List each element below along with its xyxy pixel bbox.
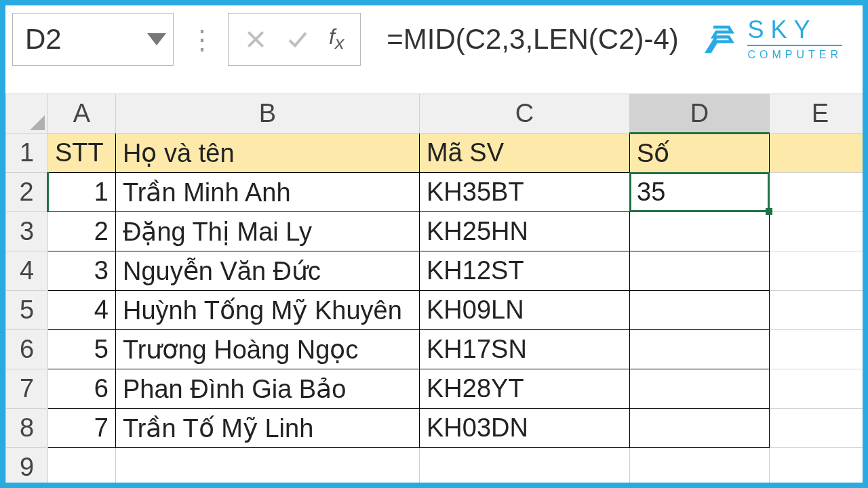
formula-controls: fx: [228, 13, 361, 66]
cell-E6[interactable]: [770, 330, 863, 369]
row-header[interactable]: 1: [6, 134, 48, 173]
cell-D2-selected[interactable]: 35: [630, 173, 770, 212]
cancel-icon[interactable]: [245, 28, 267, 50]
cell-D3[interactable]: [630, 212, 770, 251]
formula-input[interactable]: =MID(C2,3,LEN(C2)-4): [373, 13, 689, 66]
name-box[interactable]: D2: [12, 13, 174, 66]
cell-B3[interactable]: Đặng Thị Mai Ly: [116, 212, 420, 251]
table-row: 9: [6, 448, 863, 483]
cell-D5[interactable]: [630, 291, 770, 330]
cell-C5[interactable]: KH09LN: [420, 291, 630, 330]
column-header-row: A B C D E: [6, 94, 863, 134]
row-header[interactable]: 6: [6, 330, 48, 369]
cell-D8[interactable]: [630, 409, 770, 448]
cell-B4[interactable]: Nguyễn Văn Đức: [116, 251, 420, 291]
name-box-dropdown-icon[interactable]: [147, 33, 166, 45]
table-row: 2 1 Trần Minh Anh KH35BT 35: [6, 173, 863, 212]
formula-bar: D2 ⋮ fx =MID(C2,3,LEN(C2)-4) SKY: [5, 5, 863, 73]
separator-dots: ⋮: [186, 24, 216, 55]
app-frame: D2 ⋮ fx =MID(C2,3,LEN(C2)-4) SKY: [0, 0, 868, 488]
table-row: 6 5 Trương Hoàng Ngọc KH17SN: [6, 330, 863, 369]
table-row: 4 3 Nguyễn Văn Đức KH12ST: [6, 251, 863, 291]
col-header-A[interactable]: A: [48, 94, 116, 134]
table-row: 3 2 Đặng Thị Mai Ly KH25HN: [6, 212, 863, 251]
cell-C1[interactable]: Mã SV: [420, 134, 630, 173]
cell-D7[interactable]: [630, 369, 770, 409]
cell-D9[interactable]: [630, 448, 770, 483]
cell-D4[interactable]: [630, 251, 770, 291]
table-row: 7 6 Phan Đình Gia Bảo KH28YT: [6, 369, 863, 409]
cell-A6[interactable]: 5: [48, 330, 116, 369]
row-header[interactable]: 4: [6, 251, 48, 291]
cell-A2[interactable]: 1: [48, 173, 116, 212]
cell-A8[interactable]: 7: [48, 409, 116, 448]
cell-B1[interactable]: Họ và tên: [116, 134, 420, 173]
row-header[interactable]: 9: [6, 448, 48, 483]
cell-E1[interactable]: [770, 134, 863, 173]
select-all-corner[interactable]: [6, 94, 48, 134]
col-header-D[interactable]: D: [630, 94, 770, 134]
cell-A4[interactable]: 3: [48, 251, 116, 291]
cell-E5[interactable]: [770, 291, 863, 330]
cell-E7[interactable]: [770, 369, 863, 409]
spreadsheet-grid[interactable]: A B C D E 1 STT Họ và tên Mã SV Số: [5, 94, 863, 483]
cell-C8[interactable]: KH03DN: [420, 409, 630, 448]
cell-A5[interactable]: 4: [48, 291, 116, 330]
cell-C3[interactable]: KH25HN: [420, 212, 630, 251]
cell-E4[interactable]: [770, 251, 863, 291]
cell-C4[interactable]: KH12ST: [420, 251, 630, 291]
cell-E2[interactable]: [770, 173, 863, 212]
cell-E9[interactable]: [770, 448, 863, 483]
col-header-B[interactable]: B: [116, 94, 420, 134]
cell-A3[interactable]: 2: [48, 212, 116, 251]
logo-bottom: COMPUTER: [747, 49, 842, 61]
table-row: 8 7 Trần Tố Mỹ Linh KH03DN: [6, 409, 863, 448]
table-row: 1 STT Họ và tên Mã SV Số: [6, 134, 863, 173]
cell-D6[interactable]: [630, 330, 770, 369]
logo-mark-icon: [701, 21, 738, 58]
row-header[interactable]: 8: [6, 409, 48, 448]
cell-C2[interactable]: KH35BT: [420, 173, 630, 212]
row-header[interactable]: 7: [6, 369, 48, 409]
cell-B8[interactable]: Trần Tố Mỹ Linh: [116, 409, 420, 448]
fx-icon[interactable]: fx: [329, 24, 344, 54]
cell-A7[interactable]: 6: [48, 369, 116, 409]
cell-B5[interactable]: Huỳnh Tống Mỹ Khuyên: [116, 291, 420, 330]
cell-D1[interactable]: Số: [630, 134, 770, 173]
cell-B2[interactable]: Trần Minh Anh: [116, 173, 420, 212]
col-header-E[interactable]: E: [770, 94, 863, 134]
brand-logo: SKY COMPUTER: [701, 18, 856, 61]
logo-top: SKY: [747, 18, 842, 42]
cell-B7[interactable]: Phan Đình Gia Bảo: [116, 369, 420, 409]
row-header[interactable]: 2: [6, 173, 48, 212]
cell-C9[interactable]: [420, 448, 630, 483]
cell-A1[interactable]: STT: [48, 134, 116, 173]
col-header-C[interactable]: C: [420, 94, 630, 134]
cell-C6[interactable]: KH17SN: [420, 330, 630, 369]
confirm-icon[interactable]: [287, 28, 309, 50]
name-box-value: D2: [25, 23, 62, 56]
cell-B9[interactable]: [116, 448, 420, 483]
row-header[interactable]: 5: [6, 291, 48, 330]
row-header[interactable]: 3: [6, 212, 48, 251]
cell-C7[interactable]: KH28YT: [420, 369, 630, 409]
formula-text: =MID(C2,3,LEN(C2)-4): [387, 23, 679, 56]
cell-E8[interactable]: [770, 409, 863, 448]
table-row: 5 4 Huỳnh Tống Mỹ Khuyên KH09LN: [6, 291, 863, 330]
cell-A9[interactable]: [48, 448, 116, 483]
cell-E3[interactable]: [770, 212, 863, 251]
cell-B6[interactable]: Trương Hoàng Ngọc: [116, 330, 420, 369]
fill-handle[interactable]: [766, 208, 772, 215]
